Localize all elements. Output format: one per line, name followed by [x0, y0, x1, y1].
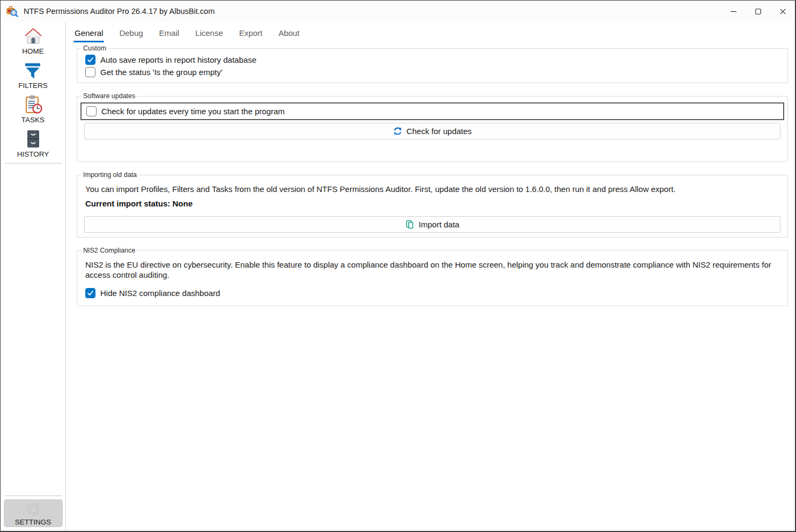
import-description: You can import Profiles, Filters and Tas… — [80, 180, 784, 195]
focused-option-row: Check for updates every time you start t… — [80, 102, 784, 120]
checkbox-row-group-empty[interactable]: Get the status 'Is the group empty' — [80, 66, 784, 78]
sidebar-item-settings[interactable]: SETTINGS — [4, 499, 63, 527]
checkbox-label: Check for updates every time you start t… — [101, 107, 285, 116]
button-label: Check for updates — [407, 127, 472, 136]
group-importing-old-data: Importing old data You can import Profil… — [77, 171, 788, 238]
sidebar-item-filters[interactable]: FILTERS — [18, 60, 48, 90]
checkbox-label: Hide NIS2 compliance dashboard — [100, 289, 220, 298]
maximize-button[interactable] — [746, 1, 770, 22]
group-software-updates-legend: Software updates — [81, 92, 137, 100]
sidebar-item-tasks[interactable]: TASKS — [21, 94, 45, 124]
import-data-button[interactable]: Import data — [84, 216, 780, 233]
sidebar-item-label: FILTERS — [18, 82, 48, 90]
sidebar-divider-bottom — [5, 496, 62, 496]
tab-about[interactable]: About — [278, 28, 299, 42]
sidebar-item-label: TASKS — [21, 116, 45, 124]
clipboard-clock-icon — [23, 94, 43, 115]
window-title: NTFS Permissions Auditor Pro 26.4.17 by … — [24, 7, 215, 16]
group-nis2-legend: NIS2 Compliance — [81, 247, 137, 254]
app-logo-icon — [6, 5, 19, 18]
checkbox-row-hide-nis2[interactable]: Hide NIS2 compliance dashboard — [80, 287, 784, 299]
check-for-updates-button[interactable]: Check for updates — [84, 123, 780, 139]
tabstrip: General Debug Email License Export About — [66, 22, 795, 42]
import-status: Current import status: None — [80, 195, 784, 213]
checkbox-row-auto-save[interactable]: Auto save reports in report history data… — [80, 54, 784, 66]
checkbox-row-check-updates[interactable]: Check for updates every time you start t… — [82, 105, 285, 117]
window-controls — [721, 1, 795, 22]
tab-debug[interactable]: Debug — [119, 28, 143, 42]
sidebar-item-history[interactable]: HISTORY — [17, 129, 49, 158]
sidebar-divider-top — [5, 163, 62, 164]
checkbox-label: Auto save reports in report history data… — [100, 55, 256, 64]
sidebar-item-label: HISTORY — [17, 150, 49, 158]
sidebar: HOME FILTERS — [1, 22, 66, 531]
button-label: Import data — [419, 220, 460, 229]
file-cabinet-icon — [24, 129, 42, 149]
checkbox-hide-nis2[interactable] — [85, 288, 95, 298]
checkbox-group-empty[interactable] — [85, 67, 95, 77]
checkbox-check-updates[interactable] — [86, 106, 97, 116]
group-custom: Custom Auto save reports in report histo… — [77, 45, 788, 83]
tab-license[interactable]: License — [195, 28, 223, 42]
nis2-description: NIS2 is the EU directive on cybersecurit… — [80, 256, 772, 280]
group-software-updates: Software updates Check for updates every… — [77, 92, 788, 162]
sidebar-item-label: SETTINGS — [15, 518, 51, 526]
tab-general[interactable]: General — [75, 28, 103, 42]
sidebar-item-home[interactable]: HOME — [22, 26, 44, 55]
tab-export[interactable]: Export — [239, 28, 262, 42]
minimize-button[interactable] — [721, 1, 746, 22]
group-nis2-compliance: NIS2 Compliance NIS2 is the EU directive… — [77, 247, 788, 306]
app-window: NTFS Permissions Auditor Pro 26.4.17 by … — [0, 0, 796, 532]
titlebar: NTFS Permissions Auditor Pro 26.4.17 by … — [1, 1, 795, 22]
tab-email[interactable]: Email — [159, 28, 180, 42]
settings-page: General Debug Email License Export About… — [66, 22, 795, 531]
group-importing-legend: Importing old data — [81, 171, 139, 179]
home-icon — [23, 26, 43, 46]
close-button[interactable] — [770, 1, 795, 22]
checkbox-label: Get the status 'Is the group empty' — [100, 68, 223, 77]
gear-icon — [25, 501, 42, 518]
checkbox-auto-save[interactable] — [85, 55, 95, 65]
filter-icon — [24, 60, 42, 80]
group-custom-legend: Custom — [81, 45, 108, 52]
refresh-icon — [393, 127, 402, 136]
sidebar-item-label: HOME — [22, 47, 44, 55]
import-pages-icon — [406, 220, 415, 229]
